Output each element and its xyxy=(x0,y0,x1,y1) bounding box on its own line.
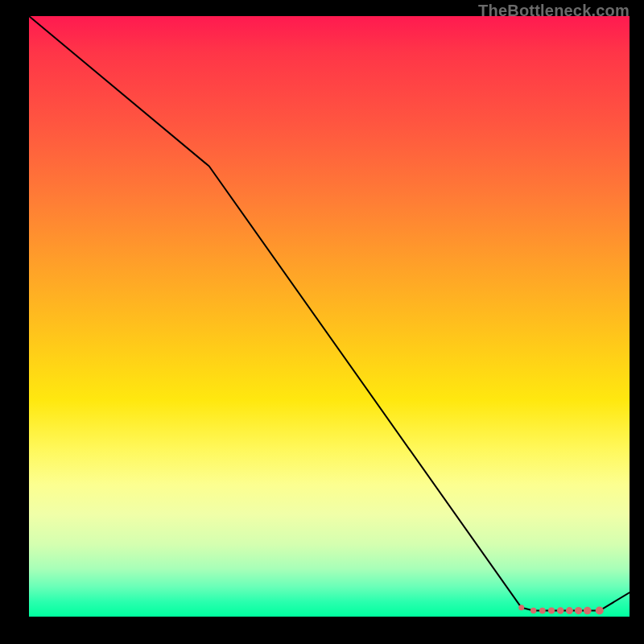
chart-marker xyxy=(566,607,573,614)
line-chart-svg xyxy=(29,16,630,617)
plot-area xyxy=(29,16,630,617)
chart-marker xyxy=(557,607,564,614)
chart-marker xyxy=(539,608,546,614)
watermark-text: TheBottleneck.com xyxy=(478,2,630,20)
chart-marker xyxy=(596,607,604,615)
chart-line xyxy=(29,16,630,611)
chart-marker xyxy=(518,605,524,610)
chart-marker xyxy=(584,607,592,615)
chart-marker xyxy=(530,608,536,613)
chart-canvas: TheBottleneck.com xyxy=(0,0,644,644)
chart-marker xyxy=(575,607,582,614)
chart-marker xyxy=(548,607,555,613)
